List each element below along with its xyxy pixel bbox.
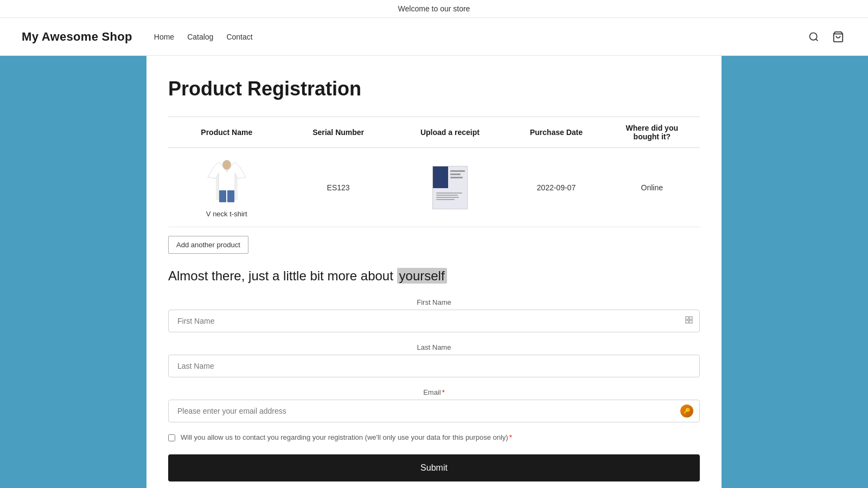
col-header-receipt: Upload a receipt [392, 117, 509, 148]
cart-icon [832, 31, 844, 43]
cell-where-bought: Online [604, 148, 700, 227]
svg-rect-7 [686, 317, 688, 319]
submit-button[interactable]: Submit [168, 454, 700, 481]
add-another-product-button[interactable]: Add another product [168, 236, 248, 254]
svg-rect-8 [690, 317, 692, 319]
svg-point-4 [222, 160, 231, 170]
nav-home[interactable]: Home [154, 33, 174, 41]
last-name-input[interactable] [168, 355, 700, 377]
page-title: Product Registration [168, 78, 700, 100]
first-name-icon [685, 316, 693, 326]
nav-contact[interactable]: Contact [226, 33, 252, 41]
consent-label[interactable]: Will you allow us to contact you regardi… [181, 433, 512, 441]
announcement-text: Welcome to our store [398, 4, 470, 13]
svg-rect-6 [227, 190, 234, 202]
svg-rect-5 [219, 190, 226, 202]
svg-rect-9 [686, 320, 688, 323]
search-button[interactable] [806, 29, 821, 44]
store-name: My Awesome Shop [22, 30, 132, 44]
product-table: Product Name Serial Number Upload a rece… [168, 117, 700, 227]
receipt-thumbnail [432, 166, 468, 209]
product-tshirt-image [205, 157, 248, 206]
about-heading-highlight: yourself [397, 268, 447, 284]
consent-row: Will you allow us to contact you regardi… [168, 433, 700, 441]
col-header-serial: Serial Number [285, 117, 392, 148]
col-header-where: Where did you bought it? [604, 117, 700, 148]
email-input-wrapper: 🔑 [168, 400, 700, 422]
first-name-label: First Name [168, 298, 700, 306]
product-name-label: V neck t-shirt [206, 210, 247, 218]
header-icons [806, 29, 846, 45]
header-left: My Awesome Shop Home Catalog Contact [22, 30, 253, 44]
last-name-group: Last Name [168, 343, 700, 377]
table-row: V neck t-shirt ES123 [168, 148, 700, 227]
consent-checkbox[interactable] [168, 434, 175, 441]
header: My Awesome Shop Home Catalog Contact [0, 18, 868, 56]
cell-serial-number: ES123 [285, 148, 392, 227]
last-name-input-wrapper [168, 355, 700, 377]
email-label: Email* [168, 388, 700, 396]
svg-point-0 [810, 33, 817, 40]
registration-form: First Name Last Name [168, 298, 700, 481]
svg-rect-10 [690, 320, 692, 323]
main-nav: Home Catalog Contact [154, 33, 253, 41]
about-heading: Almost there, just a little bit more abo… [168, 267, 700, 285]
search-icon [808, 31, 819, 42]
first-name-input[interactable] [168, 310, 700, 332]
col-header-date: Purchase Date [508, 117, 604, 148]
about-heading-before: Almost there, just a little bit more abo… [168, 268, 397, 283]
first-name-input-wrapper [168, 310, 700, 332]
cell-receipt [392, 148, 509, 227]
nav-catalog[interactable]: Catalog [187, 33, 213, 41]
cell-product-name: V neck t-shirt [168, 148, 285, 227]
cell-purchase-date: 2022-09-07 [508, 148, 604, 227]
col-header-product: Product Name [168, 117, 285, 148]
email-autofill-icon: 🔑 [680, 404, 693, 418]
svg-line-1 [816, 38, 818, 41]
first-name-group: First Name [168, 298, 700, 332]
announcement-bar: Welcome to our store [0, 0, 868, 18]
main-content: Product Registration Product Name Serial… [146, 56, 722, 488]
email-group: Email* 🔑 [168, 388, 700, 422]
last-name-label: Last Name [168, 343, 700, 351]
email-input[interactable] [168, 400, 700, 422]
cart-button[interactable] [830, 29, 846, 45]
product-image-container: V neck t-shirt [177, 157, 277, 218]
